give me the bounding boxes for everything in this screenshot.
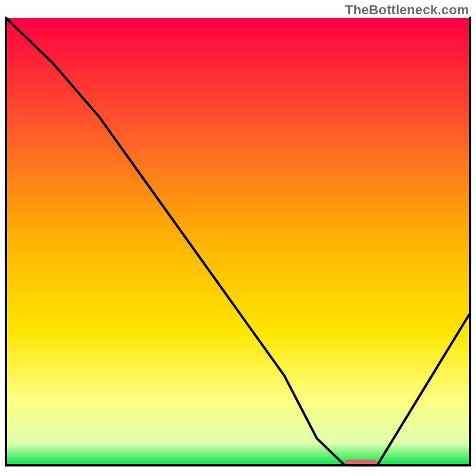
chart-container: TheBottleneck.com — [0, 0, 476, 476]
chart-background — [6, 18, 470, 465]
watermark-text: TheBottleneck.com — [345, 2, 469, 18]
bottleneck-chart — [0, 0, 476, 476]
